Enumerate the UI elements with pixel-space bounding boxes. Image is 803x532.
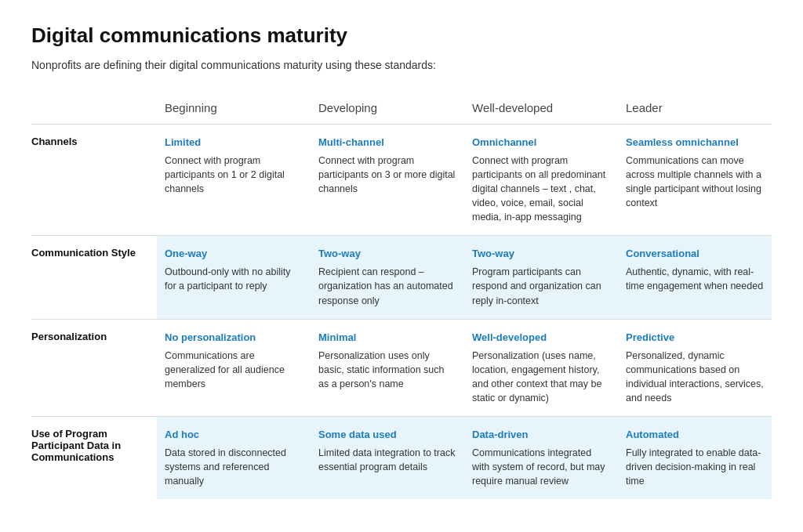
cell-title-r0-c3: Seamless omnichannel xyxy=(626,136,764,150)
header-beginning: Beginning xyxy=(157,95,311,125)
cell-title-r0-c1: Multi-channel xyxy=(318,136,456,150)
table-row: ChannelsLimitedConnect with program part… xyxy=(31,125,772,236)
table-row: Communication StyleOne-wayOutbound-only … xyxy=(31,236,772,319)
cell-title-r3-c0: Ad hoc xyxy=(165,428,303,443)
row-label-3: Use of Program Participant Data in Commu… xyxy=(31,417,157,500)
header-leader: Leader xyxy=(618,95,772,125)
cell-r2-c1: MinimalPersonalization uses only basic, … xyxy=(311,319,464,416)
table-header-row: Beginning Developing Well-developed Lead… xyxy=(31,95,772,125)
cell-r1-c2: Two-wayProgram participants can respond … xyxy=(464,236,618,319)
cell-title-r2-c2: Well-developed xyxy=(472,331,610,346)
cell-title-r0-c2: Omnichannel xyxy=(472,136,610,150)
cell-title-r1-c1: Two-way xyxy=(318,247,456,262)
header-developing: Developing xyxy=(311,95,464,125)
row-label-0: Channels xyxy=(31,125,157,236)
cell-title-r1-c2: Two-way xyxy=(472,247,610,262)
cell-r2-c3: PredictivePersonalized, dynamic communic… xyxy=(618,319,772,416)
cell-title-r2-c3: Predictive xyxy=(626,331,764,346)
table-row: PersonalizationNo personalizationCommuni… xyxy=(31,319,772,416)
header-empty xyxy=(31,95,157,125)
cell-r3-c0: Ad hocData stored in disconnected system… xyxy=(157,417,311,500)
cell-r0-c3: Seamless omnichannelCommunications can m… xyxy=(618,125,772,236)
cell-r1-c0: One-wayOutbound-only with no ability for… xyxy=(157,236,311,319)
cell-title-r2-c0: No personalization xyxy=(165,331,303,346)
cell-r0-c1: Multi-channelConnect with program partic… xyxy=(311,125,464,236)
cell-r0-c0: LimitedConnect with program participants… xyxy=(157,125,311,236)
cell-r3-c1: Some data usedLimited data integration t… xyxy=(311,417,464,500)
cell-title-r2-c1: Minimal xyxy=(318,331,456,346)
cell-r2-c0: No personalizationCommunications are gen… xyxy=(157,319,311,416)
cell-title-r0-c0: Limited xyxy=(165,136,303,150)
cell-r0-c2: OmnichannelConnect with program particip… xyxy=(464,125,618,236)
maturity-table: Beginning Developing Well-developed Lead… xyxy=(31,95,772,499)
cell-r3-c2: Data-drivenCommunications integrated wit… xyxy=(464,417,618,500)
cell-title-r3-c3: Automated xyxy=(626,428,764,443)
cell-r1-c3: ConversationalAuthentic, dynamic, with r… xyxy=(618,236,772,319)
page-title: Digital communications maturity xyxy=(31,24,772,48)
subtitle: Nonprofits are defining their digital co… xyxy=(31,59,772,71)
cell-r3-c3: AutomatedFully integrated to enable data… xyxy=(618,417,772,500)
cell-title-r1-c3: Conversational xyxy=(626,247,764,262)
table-row: Use of Program Participant Data in Commu… xyxy=(31,417,772,500)
row-label-1: Communication Style xyxy=(31,236,157,319)
header-well-developed: Well-developed xyxy=(464,95,618,125)
cell-title-r3-c2: Data-driven xyxy=(472,428,610,443)
cell-title-r1-c0: One-way xyxy=(165,247,303,262)
cell-r2-c2: Well-developedPersonalization (uses name… xyxy=(464,319,618,416)
cell-title-r3-c1: Some data used xyxy=(318,428,456,443)
cell-r1-c1: Two-wayRecipient can respond – organizat… xyxy=(311,236,464,319)
row-label-2: Personalization xyxy=(31,319,157,416)
